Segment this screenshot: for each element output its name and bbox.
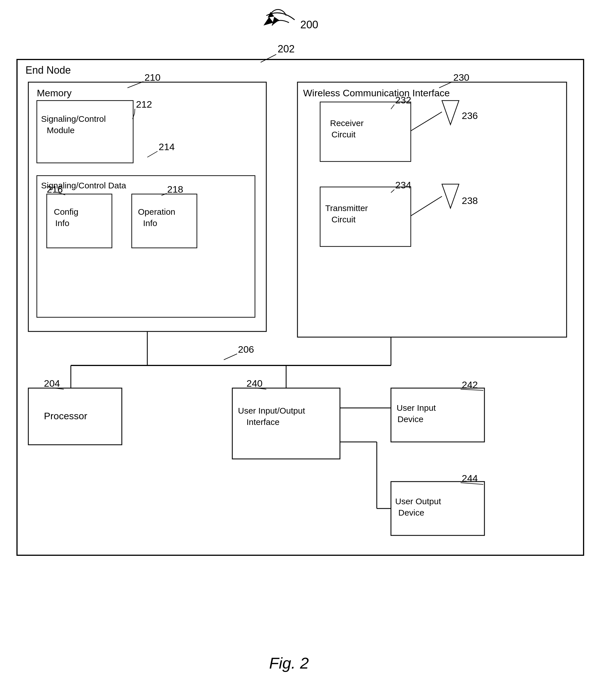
ref-240-label: 240 (247, 378, 262, 389)
operation-info-label-2: Info (143, 219, 157, 228)
user-io-label-2: Interface (247, 417, 280, 427)
ref-236-label: 236 (462, 110, 478, 121)
ref-204-label: 204 (44, 378, 60, 389)
wireless-comm-label: Wireless Communication Interface (303, 88, 450, 98)
signaling-control-data-box (37, 176, 255, 317)
memory-label: Memory (37, 88, 72, 98)
diagram-container: 200 202 End Node 210 Memory Signaling/Co… (0, 0, 602, 700)
ref-238-label: 238 (462, 195, 478, 206)
svg-line-1 (261, 54, 276, 62)
config-info-label-2: Info (55, 219, 69, 228)
fig-label: Fig. 2 (269, 654, 309, 672)
ref-206-label: 206 (238, 344, 254, 355)
antenna-2 (442, 184, 459, 208)
user-io-label-1: User Input/Output (238, 406, 305, 415)
ref-232-label: 232 (395, 95, 411, 105)
config-info-label-1: Config (54, 207, 78, 217)
svg-line-5 (147, 151, 157, 157)
transmitter-circuit-label-1: Transmitter (325, 203, 368, 213)
receiver-circuit-label-1: Receiver (330, 119, 363, 128)
user-output-device-label-2: Device (398, 508, 424, 517)
ref-242-label: 242 (462, 379, 478, 390)
user-input-device-label-1: User Input (397, 403, 436, 412)
signaling-control-module-label-2: Module (47, 125, 75, 135)
svg-line-11 (391, 190, 394, 193)
svg-line-9 (391, 104, 394, 109)
svg-marker-0 (264, 17, 273, 25)
ref-244-label: 244 (462, 473, 478, 483)
ref-218-label: 218 (167, 184, 183, 195)
operation-info-box (132, 194, 197, 248)
svg-line-13 (224, 354, 237, 360)
ref-200-label: 200 (300, 19, 318, 31)
svg-line-12 (411, 196, 442, 216)
ref-210-label: 210 (145, 72, 160, 83)
ref-212-label: 212 (136, 99, 152, 110)
ref-214-label: 214 (159, 141, 175, 152)
receiver-circuit-label-2: Circuit (331, 130, 356, 139)
ref-234-label: 234 (395, 180, 411, 190)
end-node-box (17, 59, 583, 555)
svg-line-3 (134, 109, 135, 113)
operation-info-label-1: Operation (138, 207, 175, 217)
ref-202-label: 202 (278, 43, 295, 55)
ref-216-label: 216 (47, 184, 63, 195)
user-input-device-label-2: Device (398, 415, 424, 424)
end-node-label: End Node (25, 64, 71, 76)
transmitter-circuit-label-2: Circuit (331, 215, 356, 224)
signaling-control-module-label-1: Signaling/Control (41, 114, 106, 124)
antenna-1 (442, 101, 459, 125)
ref-230-label: 230 (453, 72, 470, 83)
processor-label: Processor (44, 410, 87, 421)
user-output-device-label-1: User Output (395, 497, 441, 506)
svg-line-10 (411, 112, 442, 131)
svg-line-8 (439, 82, 452, 88)
